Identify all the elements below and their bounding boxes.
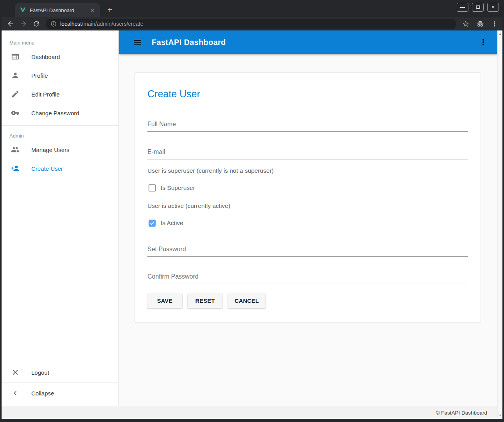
form-buttons: SAVE RESET CANCEL <box>147 293 468 308</box>
cancel-button[interactable]: CANCEL <box>228 293 265 308</box>
bookmark-star-icon[interactable] <box>462 20 470 28</box>
is-active-row[interactable]: Is Active <box>147 220 468 227</box>
sidebar-item-collapse[interactable]: Collapse <box>2 384 118 402</box>
page-footer: © FastAPI Dashboard <box>2 406 497 419</box>
tab-title: FastAPI Dashboard <box>30 7 89 13</box>
dashboard-icon <box>11 52 20 61</box>
confirm-password-input[interactable] <box>147 273 468 284</box>
set-password-input[interactable] <box>147 245 468 257</box>
is-active-label: Is Active <box>161 220 183 227</box>
form-title: Create User <box>147 88 468 100</box>
is-superuser-row[interactable]: Is Superuser <box>147 184 468 191</box>
close-icon <box>11 368 20 377</box>
url-bar[interactable]: localhost/main/admin/users/create <box>46 19 456 29</box>
toolbar-actions <box>462 20 499 28</box>
sidebar-item-label: Create User <box>31 165 63 172</box>
app-title: FastAPI Dashboard <box>152 38 226 47</box>
check-icon <box>149 220 155 226</box>
scroll-up-icon[interactable]: ▲ <box>499 30 502 37</box>
sidebar-item-label: Dashboard <box>31 54 60 60</box>
is-superuser-checkbox[interactable] <box>149 184 156 191</box>
email-field <box>147 148 468 159</box>
back-icon[interactable] <box>7 20 14 28</box>
sidebar-divider <box>2 383 118 383</box>
active-hint: User is active (currently active) <box>147 202 468 209</box>
info-icon[interactable] <box>50 21 57 27</box>
set-password-field <box>147 245 468 257</box>
sidebar-item-profile[interactable]: Profile <box>2 66 118 85</box>
sidebar-section-header: Main menu <box>2 30 118 47</box>
app-bar: FastAPI Dashboard <box>119 30 497 54</box>
sidebar-item-label: Change Password <box>31 110 79 116</box>
tab-close-icon[interactable]: ✕ <box>89 7 96 14</box>
person-add-icon <box>11 164 20 173</box>
browser-window: FastAPI Dashboard ✕ + ✕ localhost/main/a… <box>0 0 504 422</box>
page-scrollbar[interactable]: ▲ ▼ <box>497 30 502 419</box>
page-viewport: Main menu Dashboard Profile Edit Profile <box>2 30 502 419</box>
email-input[interactable] <box>147 148 468 159</box>
forward-icon[interactable] <box>20 20 27 28</box>
sidebar-item-label: Edit Profile <box>31 91 60 98</box>
sidebar-item-label: Profile <box>31 72 48 79</box>
sidebar-item-label: Manage Users <box>31 147 70 153</box>
url-path: /main/admin/users/create <box>82 21 143 27</box>
sidebar-item-change-password[interactable]: Change Password <box>2 104 118 122</box>
browser-tab[interactable]: FastAPI Dashboard ✕ <box>15 3 100 17</box>
sidebar-item-label: Logout <box>31 369 49 376</box>
window-controls: ✕ <box>457 3 499 12</box>
window-close-button[interactable]: ✕ <box>487 3 499 12</box>
copyright-text: © FastAPI Dashboard <box>436 410 487 416</box>
reload-icon[interactable] <box>32 20 40 28</box>
chevron-left-icon <box>11 389 20 397</box>
reset-button[interactable]: RESET <box>188 293 222 308</box>
browser-menu-kebab-icon[interactable] <box>491 20 499 28</box>
browser-toolbar: localhost/main/admin/users/create <box>2 17 502 30</box>
new-tab-button[interactable]: + <box>104 4 116 16</box>
hamburger-menu-icon[interactable] <box>133 38 142 47</box>
person-icon <box>11 71 20 80</box>
sidebar-item-logout[interactable]: Logout <box>2 363 118 382</box>
sidebar-item-manage-users[interactable]: Manage Users <box>2 140 118 159</box>
edit-icon <box>11 90 20 98</box>
window-maximize-button[interactable] <box>472 3 484 12</box>
is-active-checkbox[interactable] <box>149 220 156 227</box>
tab-bar: FastAPI Dashboard ✕ + ✕ <box>2 0 502 17</box>
sidebar-bottom: Logout Collapse <box>2 363 118 406</box>
url-host: localhost <box>60 21 82 27</box>
full-name-input[interactable] <box>147 120 468 132</box>
save-button[interactable]: SAVE <box>147 293 182 308</box>
sidebar-item-edit-profile[interactable]: Edit Profile <box>2 85 118 104</box>
sidebar-item-create-user[interactable]: Create User <box>2 159 118 178</box>
superuser-hint: User is superuser (currently is not a su… <box>147 167 468 174</box>
app-menu-kebab-icon[interactable] <box>479 38 488 47</box>
sidebar-item-dashboard[interactable]: Dashboard <box>2 47 118 66</box>
confirm-password-field <box>147 273 468 284</box>
sidebar: Main menu Dashboard Profile Edit Profile <box>2 30 119 406</box>
incognito-icon[interactable] <box>476 20 484 28</box>
create-user-card: Create User User is superuser (currently… <box>135 72 481 323</box>
scroll-down-icon[interactable]: ▼ <box>499 412 502 419</box>
vue-logo-icon <box>20 7 26 14</box>
full-name-field <box>147 120 468 132</box>
people-icon <box>11 145 20 154</box>
key-icon <box>11 109 20 117</box>
sidebar-item-label: Collapse <box>31 390 54 397</box>
sidebar-section-header: Admin <box>2 126 118 140</box>
window-minimize-button[interactable] <box>457 3 468 12</box>
is-superuser-label: Is Superuser <box>161 184 195 191</box>
